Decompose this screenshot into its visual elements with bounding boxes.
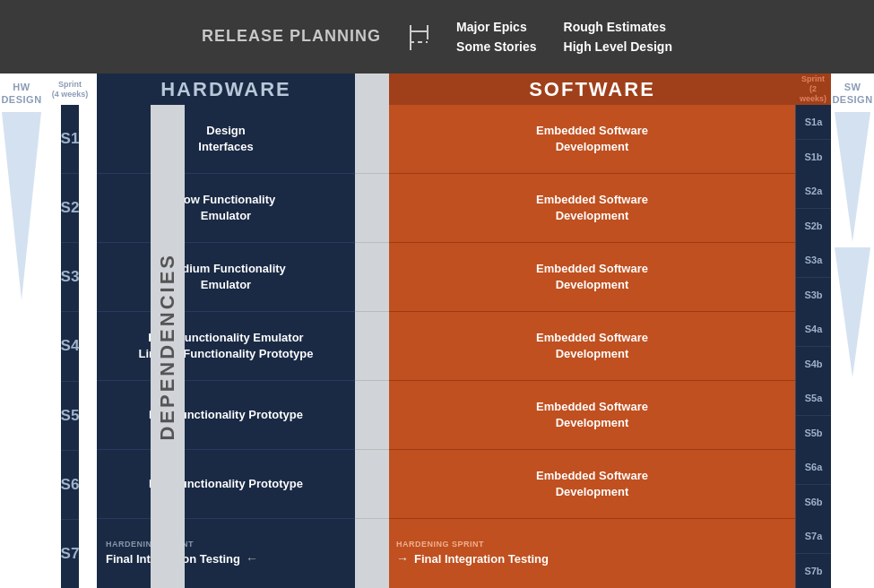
sw-sprint-s2: S2a S2b: [795, 174, 831, 243]
sw-design-label: SWDESIGN: [832, 81, 872, 107]
sw-sprint-s2a: S2a: [796, 174, 831, 209]
hw-design-triangle: [2, 112, 41, 300]
sw-sprint-s3b: S3b: [796, 278, 831, 312]
table-row-hardening: HARDENING SPRINT Final Integration Testi…: [97, 519, 831, 588]
legend-major-epics: Major Epics: [456, 20, 536, 34]
sw-sprint-s5: S5a S5b: [795, 381, 831, 450]
sw-sprint-s2b: S2b: [796, 209, 831, 243]
hw-task-s1: DesignInterfaces: [97, 105, 355, 174]
sprint-hw-label: Sprint(4 weeks): [52, 74, 89, 105]
sprint-s5: S5: [61, 382, 80, 451]
sw-sprint-s5a: S5a: [796, 381, 831, 416]
dep-s1: [355, 105, 389, 174]
arrow-right-icon: →: [396, 550, 409, 568]
sw-sprint-s6b: S6b: [796, 485, 831, 519]
sw-sprint-s1: S1a S1b: [795, 105, 831, 174]
sprint-s6: S6: [61, 451, 80, 520]
dep-header: [355, 74, 389, 105]
sw-triangle-2: [835, 247, 870, 377]
sw-sprint-s3a: S3a: [796, 243, 831, 278]
sprint-s4: S4: [61, 312, 80, 381]
hw-task-s5: Full Functionality Prototype: [97, 381, 355, 450]
sw-sprint-s4a: S4a: [796, 312, 831, 347]
legend: Major Epics Rough Estimates Some Stories…: [456, 20, 672, 54]
sw-task-s7: HARDENING SPRINT → Final Integration Tes…: [389, 519, 795, 588]
table-row: High Functionality EmulatorLimited Funct…: [97, 312, 831, 381]
sprint-s1: S1: [61, 105, 80, 174]
sw-sprint-s4b: S4b: [796, 347, 831, 381]
sw-sprint-header: Sprint(2 weeks): [795, 74, 831, 105]
main-layout: HWDESIGN Sprint(4 weeks) S1 S2 S3 S4 S5 …: [0, 74, 874, 588]
hw-task-s6: Full Functionality Prototype: [97, 450, 355, 519]
sw-sprint-s7b: S7b: [796, 554, 831, 588]
sw-task-s6: Embedded SoftwareDevelopment: [389, 450, 795, 519]
sw-sprint-s7: S7a S7b: [795, 519, 831, 588]
hardware-header: HARDWARE: [97, 74, 355, 105]
hw-design-label: HWDESIGN: [1, 81, 41, 107]
legend-high-level-design: High Level Design: [564, 39, 672, 54]
arrow-left-icon: ←: [246, 550, 258, 568]
sprint-s3: S3: [61, 243, 80, 312]
table-section: HARDWARE SOFTWARE Sprint(2 weeks) Design…: [97, 74, 831, 588]
sw-sprint-s6: S6a S6b: [795, 450, 831, 519]
sw-sprint-s4: S4a S4b: [795, 312, 831, 381]
dependencies-overlay: DEPENDENCIES: [151, 105, 185, 588]
sw-sprint-s1a: S1a: [796, 105, 831, 140]
sw-task-s4: Embedded SoftwareDevelopment: [389, 312, 795, 381]
sw-task-s5: Embedded SoftwareDevelopment: [389, 381, 795, 450]
sw-final-integration: Final Integration Testing: [414, 551, 549, 567]
sw-sprint-s6a: S6a: [796, 450, 831, 485]
dep-s5: [355, 381, 389, 450]
sw-sprint-s1b: S1b: [796, 140, 831, 174]
hw-task-s3: Medium FunctionalityEmulator: [97, 243, 355, 312]
release-planning-title: RELEASE PLANNING: [202, 26, 381, 47]
sw-sprint-s5b: S5b: [796, 416, 831, 450]
sw-sprint-s3: S3a S3b: [795, 243, 831, 312]
sprint-hw-column: Sprint(4 weeks) S1 S2 S3 S4 S5 S6 S7: [43, 74, 97, 588]
dependencies-label: DEPENDENCIES: [156, 253, 179, 441]
sw-task-s2: Embedded SoftwareDevelopment: [389, 174, 795, 243]
hw-hardening-label: HARDENING SPRINT: [106, 539, 348, 550]
sw-hardening-label: HARDENING SPRINT: [396, 539, 788, 550]
table-header: HARDWARE SOFTWARE Sprint(2 weeks): [97, 74, 831, 105]
sw-design-column: SWDESIGN: [831, 74, 874, 588]
table-body: DesignInterfaces Embedded SoftwareDevelo…: [97, 105, 831, 588]
legend-rough-estimates: Rough Estimates: [564, 20, 672, 34]
legend-some-stories: Some Stories: [456, 39, 536, 54]
dep-s6: [355, 450, 389, 519]
sprint-s2: S2: [61, 174, 80, 243]
header: RELEASE PLANNING Major Epics Rough Estim…: [0, 0, 874, 74]
dep-s3: [355, 243, 389, 312]
sw-task-s3: Embedded SoftwareDevelopment: [389, 243, 795, 312]
sw-triangle-1: [835, 112, 870, 242]
table-row: Low FunctionalityEmulator Embedded Softw…: [97, 174, 831, 243]
software-header: SOFTWARE: [389, 74, 795, 105]
table-row: Full Functionality Prototype Embedded So…: [97, 450, 831, 519]
sw-sprint-s7a: S7a: [796, 519, 831, 554]
table-row: Full Functionality Prototype Embedded So…: [97, 381, 831, 450]
hw-task-s2: Low FunctionalityEmulator: [97, 174, 355, 243]
hw-task-s7: HARDENING SPRINT Final Integration Testi…: [97, 519, 355, 588]
sprint-s7: S7: [61, 520, 80, 588]
dep-s2: [355, 174, 389, 243]
dep-s7: [355, 519, 389, 588]
hw-design-column: HWDESIGN: [0, 74, 43, 588]
hw-task-s4: High Functionality EmulatorLimited Funct…: [97, 312, 355, 381]
dep-s4: [355, 312, 389, 381]
table-row: Medium FunctionalityEmulator Embedded So…: [97, 243, 831, 312]
table-row: DesignInterfaces Embedded SoftwareDevelo…: [97, 105, 831, 174]
sw-task-s1: Embedded SoftwareDevelopment: [389, 105, 795, 174]
